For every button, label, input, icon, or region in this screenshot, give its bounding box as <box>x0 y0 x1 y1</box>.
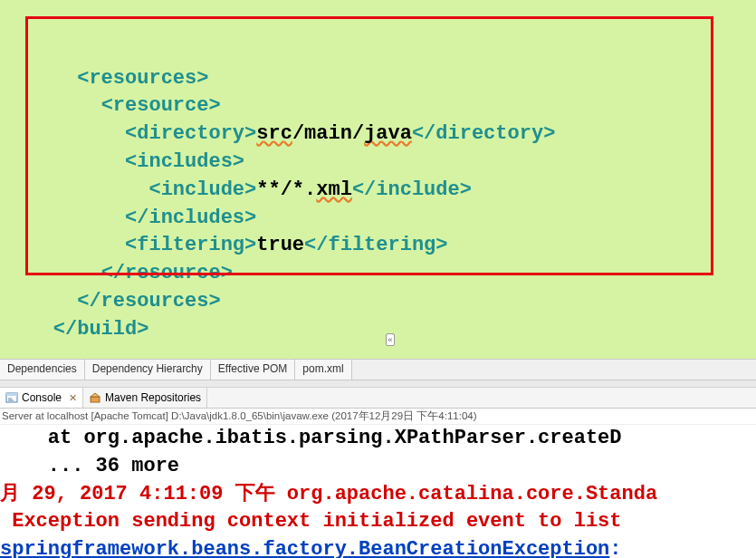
console-icon <box>5 391 18 404</box>
svg-marker-5 <box>91 393 100 397</box>
view-tab-bar: Console ✕ Maven Repositories <box>0 388 756 409</box>
console-output[interactable]: at org.apache.ibatis.parsing.XPathParser… <box>0 425 756 558</box>
code-line <box>0 344 756 359</box>
console-line: 月 29, 2017 4:11:09 下午 org.apache.catalin… <box>0 481 756 509</box>
code-line: <resource> <box>0 92 756 120</box>
code-line: <include>**/*.xml</include> <box>0 177 756 205</box>
panel-separator <box>0 380 756 388</box>
pom-tab-effective-pom[interactable]: Effective POM <box>211 360 295 380</box>
console-line: ... 36 more <box>0 453 756 481</box>
code-line: <includes> <box>0 149 756 177</box>
maven-repos-view-tab[interactable]: Maven Repositories <box>83 388 207 408</box>
console-launch-info: Server at localhost [Apache Tomcat] D:\J… <box>0 409 756 425</box>
console-line: Exception sending context initialized ev… <box>0 508 756 536</box>
pom-tab-pom-xml[interactable]: pom.xml <box>295 360 351 380</box>
console-view-tab[interactable]: Console ✕ <box>0 388 83 408</box>
code-line: <directory>src/main/java</directory> <box>0 120 756 149</box>
svg-rect-1 <box>6 393 17 396</box>
code-line: <filtering>true</filtering> <box>0 232 756 260</box>
pom-tab-dependencies[interactable]: Dependencies <box>0 360 85 380</box>
collapse-handle[interactable]: « <box>386 333 395 346</box>
pom-tab-dependency-hierarchy[interactable]: Dependency Hierarchy <box>85 360 211 380</box>
maven-icon <box>89 391 101 404</box>
console-line: springframework.beans.factory.BeanCreati… <box>0 536 756 558</box>
console-line: at org.apache.ibatis.parsing.XPathParser… <box>0 425 756 453</box>
maven-label: Maven Repositories <box>105 391 201 404</box>
code-line: <resources> <box>0 65 756 93</box>
code-line: </includes> <box>0 205 756 233</box>
svg-rect-4 <box>91 397 100 402</box>
pom-editor-tabs: DependenciesDependency HierarchyEffectiv… <box>0 359 756 380</box>
code-line: </resources> <box>0 288 756 316</box>
console-label: Console <box>22 391 62 404</box>
code-line: </build> <box>0 316 756 344</box>
code-line: </resource> <box>0 260 756 288</box>
close-icon[interactable]: ✕ <box>65 392 77 404</box>
xml-editor[interactable]: <resources> <resource> <directory>src/ma… <box>0 0 756 359</box>
